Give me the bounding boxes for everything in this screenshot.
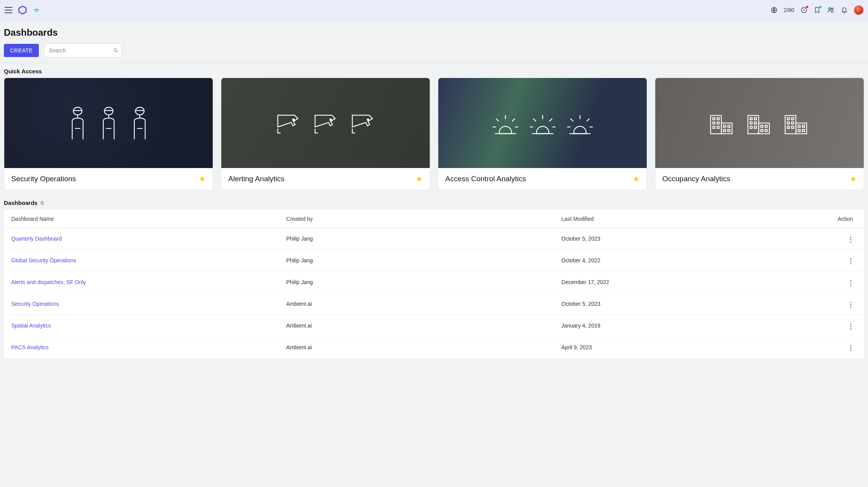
star-icon[interactable]: ★ [633,174,640,184]
cell-created-by: Ambient.ai [279,315,554,336]
page-title: Dashboards [4,27,864,38]
col-dashboard-name[interactable]: Dashboard Name [4,210,279,228]
svg-marker-0 [19,6,26,14]
table-title-text: Dashboards [4,199,38,206]
quick-access-title: Quick Access [4,68,864,75]
search-field[interactable] [44,43,122,57]
star-icon[interactable]: ★ [199,174,206,184]
row-actions-icon[interactable] [849,279,853,288]
svg-rect-44 [792,126,794,128]
svg-point-9 [135,107,144,115]
card-title: Security Operations [11,175,76,183]
cell-created-by: Ambient.ai [279,336,554,358]
svg-rect-17 [713,122,715,124]
dashboard-link[interactable]: Spatial Analytics [11,322,51,329]
connection-status-icon [33,6,40,14]
table-row: Alerts and dispatches, SF OnlyPhilip Jan… [4,271,864,293]
row-actions-icon[interactable] [849,235,853,244]
svg-rect-42 [792,122,794,124]
svg-rect-23 [723,130,726,132]
search-input[interactable] [49,47,118,54]
svg-rect-47 [798,130,800,132]
card-title: Access Control Analytics [445,175,526,183]
cell-dashboard-name: PACS Analytics [4,336,279,358]
users-icon[interactable] [827,6,835,14]
security-guards-icon [4,78,213,168]
dashboard-link[interactable]: Security Operations [11,301,59,307]
cell-dashboard-name: Security Operations [4,293,279,315]
cell-last-modified: December 17, 2022 [554,271,795,293]
table-row: Spatial AnalyticsAmbient.aiJanuary 4, 20… [4,315,864,336]
star-icon[interactable]: ★ [850,174,857,184]
quick-access-card-security-operations[interactable]: Security Operations ★ [4,78,213,190]
cell-created-by: Philip Jang [279,271,554,293]
cell-last-modified: October 5, 2023 [554,293,795,315]
table-row: Quarterly DashboardPhilip JangOctober 5,… [4,228,864,250]
star-icon[interactable]: ★ [416,174,423,184]
svg-rect-34 [765,125,767,128]
bookmark-icon[interactable] [814,7,821,14]
search-icon [113,48,118,53]
svg-rect-15 [713,118,715,120]
svg-rect-22 [727,125,730,128]
dashboard-link[interactable]: Quarterly Dashboard [11,236,62,242]
svg-rect-40 [792,118,794,120]
cell-dashboard-name: Spatial Analytics [4,315,279,336]
svg-rect-36 [765,130,767,132]
dashboards-table-section: Dashboards 6 Dashboard Name Created by L… [0,199,868,370]
dashboard-link[interactable]: Global Security Operations [11,257,76,263]
svg-rect-45 [798,125,800,128]
col-last-modified[interactable]: Last Modified [554,210,795,228]
top-nav-left [5,5,40,15]
svg-point-11 [330,119,331,120]
svg-rect-46 [802,125,804,128]
svg-rect-20 [717,126,719,128]
header-actions: CREATE [4,43,864,57]
top-nav-right: 2/80 [771,5,863,15]
activity-icon[interactable] [800,7,807,14]
dashboards-table: Dashboard Name Created by Last Modified … [4,210,864,358]
quick-access-section: Quick Access Security Operations ★ Alert… [0,63,868,192]
create-button[interactable]: CREATE [4,44,39,57]
svg-point-8 [104,107,113,115]
row-actions-icon[interactable] [849,257,853,266]
quick-access-card-access-control[interactable]: Access Control Analytics ★ [438,78,647,190]
bell-icon[interactable] [841,7,848,14]
svg-rect-29 [750,122,752,124]
nav-counter: 2/80 [784,7,794,13]
user-avatar[interactable] [854,5,863,15]
globe-icon[interactable] [771,7,778,14]
svg-rect-27 [750,118,752,120]
dashboard-link[interactable]: PACS Analytics [11,344,49,350]
svg-rect-35 [760,130,763,132]
table-row: Global Security OperationsPhilip JangOct… [4,250,864,271]
cell-last-modified: January 4, 2019 [554,315,795,336]
app-logo-icon[interactable] [18,5,27,15]
svg-rect-16 [717,118,719,120]
row-actions-icon[interactable] [849,300,853,309]
cell-last-modified: April 9, 2023 [554,336,795,358]
svg-rect-21 [723,125,726,128]
dashboard-link[interactable]: Alerts and dispatches, SF Only [11,279,86,285]
col-created-by[interactable]: Created by [279,210,554,228]
quick-access-card-occupancy[interactable]: Occupancy Analytics ★ [655,78,864,190]
cell-last-modified: October 5, 2023 [554,228,795,250]
svg-point-10 [292,119,294,120]
cell-created-by: Philip Jang [279,250,554,271]
row-actions-icon[interactable] [849,344,853,353]
cell-action [795,336,864,358]
svg-rect-24 [727,130,730,132]
cell-dashboard-name: Alerts and dispatches, SF Only [4,271,279,293]
row-actions-icon[interactable] [849,322,853,331]
svg-rect-14 [721,123,732,134]
svg-point-5 [114,49,117,52]
cell-dashboard-name: Quarterly Dashboard [4,228,279,250]
svg-rect-39 [787,118,790,120]
svg-rect-13 [710,116,721,134]
cell-action [795,293,864,315]
quick-access-card-alerting-analytics[interactable]: Alerting Analytics ★ [221,78,430,190]
cell-action [795,250,864,271]
table-row: PACS AnalyticsAmbient.aiApril 9, 2023 [4,336,864,358]
menu-icon[interactable] [5,7,12,13]
alarm-lights-icon [438,78,647,168]
